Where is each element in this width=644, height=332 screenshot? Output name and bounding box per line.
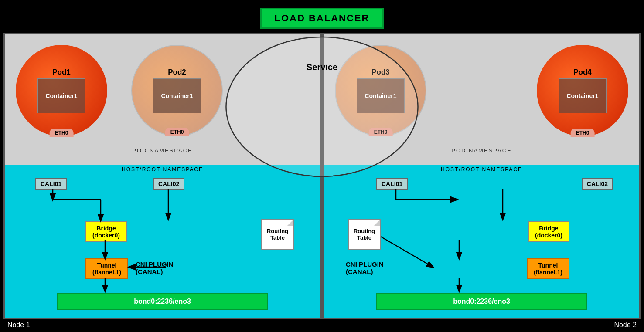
node2-bond: bond0:2236/eno3 — [376, 293, 587, 310]
node2-pod3-eth: ETH0 — [369, 128, 393, 136]
node1-routing-table-line1: Routing — [267, 228, 288, 234]
node1-label: Node 1 — [7, 321, 30, 329]
node1-host-namespace: HOST/ROOT NAMESPACE CALI01 CALI02 Bridge… — [5, 165, 320, 318]
node2: Node 2 POD NAMESPACE Pod3 Container1 ETH… — [323, 33, 641, 319]
node2-pod3-container: Container1 — [357, 78, 405, 113]
node1-pod2-label: Pod2 — [168, 68, 186, 77]
main-container: LOAD BALANCER Service Node 1 POD NAMESPA… — [0, 0, 644, 332]
node2-cali1: CALI01 — [376, 178, 408, 190]
node1-host-namespace-label: HOST/ROOT NAMESPACE — [122, 166, 203, 173]
node1-tunnel-label: Tunnel (flannel.1) — [92, 262, 121, 276]
node1-cni: CNI PLUGIN (CANAL) — [136, 261, 174, 275]
node2-host-namespace: HOST/ROOT NAMESPACE CALI01 CALI02 Routin… — [324, 165, 639, 318]
node2-cni: CNI PLUGIN (CANAL) — [346, 261, 384, 275]
node1-pod1-label: Pod1 — [52, 68, 71, 77]
node2-pod4-label: Pod4 — [573, 68, 592, 77]
nodes-wrapper: Node 1 POD NAMESPACE Pod1 Container1 ETH… — [3, 33, 641, 319]
node1-pod-namespace-label: POD NAMESPACE — [132, 147, 192, 154]
node2-bridge-label: Bridge (docker0) — [535, 225, 562, 239]
svg-line-12 — [381, 237, 433, 267]
node1-bond: bond0:2236/eno3 — [57, 293, 268, 310]
node1-cali2: CALI02 — [153, 178, 184, 190]
node2-pod4-eth: ETH0 — [571, 129, 595, 137]
node1-pod2: Pod2 Container1 ETH0 — [131, 45, 223, 136]
node-divider — [321, 33, 323, 319]
node2-pod3-label: Pod3 — [371, 68, 390, 77]
node1-pod1-container: Container1 — [37, 78, 85, 113]
node2-pod4-container: Container1 — [559, 78, 607, 113]
load-balancer: LOAD BALANCER — [260, 8, 384, 29]
node1-routing-table-line2: Table — [270, 234, 285, 241]
node1-cali1: CALI01 — [35, 178, 67, 190]
node1-tunnel: Tunnel (flannel.1) — [85, 258, 128, 279]
node2-host-namespace-label: HOST/ROOT NAMESPACE — [441, 166, 522, 173]
node2-cali2: CALI02 — [582, 178, 613, 190]
node2-tunnel: Tunnel (flannel.1) — [527, 258, 569, 279]
node1-bridge-label: Bridge (docker0) — [92, 225, 120, 239]
node1-routing-table: Routing Table — [261, 219, 294, 250]
node1: Node 1 POD NAMESPACE Pod1 Container1 ETH… — [3, 33, 321, 319]
node2-pod-namespace: POD NAMESPACE Pod3 Container1 ETH0 Pod4 … — [324, 34, 639, 165]
node2-tunnel-label: Tunnel (flannel.1) — [534, 262, 562, 276]
node1-pod1-eth: ETH0 — [50, 129, 74, 137]
node2-bridge: Bridge (docker0) — [528, 221, 569, 242]
node1-bridge: Bridge (docker0) — [85, 221, 127, 242]
node1-pod-namespace: POD NAMESPACE Pod1 Container1 ETH0 Pod2 … — [5, 34, 320, 165]
node2-pod4: Pod4 Container1 ETH0 — [537, 45, 628, 136]
node1-pod1: Pod1 Container1 ETH0 — [16, 45, 107, 136]
node2-pod3: Pod3 Container1 ETH0 — [335, 45, 426, 136]
node2-routing-table-line1: Routing — [354, 228, 375, 234]
node2-label: Node 2 — [614, 321, 637, 329]
node1-pod2-eth: ETH0 — [165, 128, 189, 136]
node2-routing-table: Routing Table — [348, 219, 381, 250]
node1-pod2-container: Container1 — [153, 78, 201, 113]
node2-routing-table-line2: Table — [357, 234, 371, 241]
node2-pod-namespace-label: POD NAMESPACE — [451, 147, 511, 154]
